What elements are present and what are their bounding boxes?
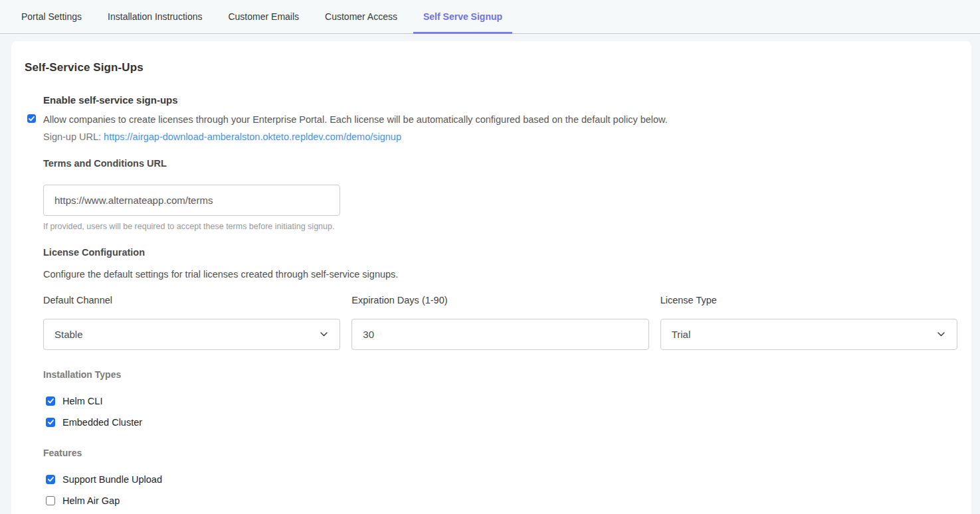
tab-portal-settings[interactable]: Portal Settings bbox=[11, 0, 92, 33]
signup-url-line: Sign-up URL: https://airgap-download-amb… bbox=[43, 131, 957, 142]
installation-types-list: Helm CLI Embedded Cluster bbox=[46, 394, 957, 428]
license-configuration-description: Configure the default settings for trial… bbox=[43, 269, 957, 280]
terms-url-label: Terms and Conditions URL bbox=[43, 158, 957, 169]
check-icon bbox=[48, 477, 54, 482]
helm-air-gap-label: Helm Air Gap bbox=[62, 495, 120, 506]
page-title: Self-Service Sign-Ups bbox=[25, 61, 957, 74]
enable-signups-checkbox[interactable] bbox=[27, 114, 36, 123]
tab-customer-access[interactable]: Customer Access bbox=[315, 0, 407, 33]
helm-cli-label: Helm CLI bbox=[62, 396, 102, 406]
support-bundle-upload-checkbox[interactable] bbox=[46, 475, 55, 484]
features-list: Support Bundle Upload Helm Air Gap bbox=[46, 473, 957, 507]
license-type-field: License Type Trial bbox=[660, 295, 957, 350]
enable-signups-row: Allow companies to create licenses throu… bbox=[43, 113, 957, 126]
expiration-days-label: Expiration Days (1-90) bbox=[351, 295, 648, 305]
features-heading: Features bbox=[43, 448, 957, 458]
tab-customer-emails[interactable]: Customer Emails bbox=[218, 0, 309, 33]
self-serve-signup-panel: Self-Service Sign-Ups Enable self-servic… bbox=[11, 41, 971, 514]
license-type-select[interactable]: Trial bbox=[660, 319, 957, 350]
default-channel-label: Default Channel bbox=[43, 295, 340, 305]
expiration-days-input[interactable] bbox=[363, 329, 637, 340]
license-configuration-heading: License Configuration bbox=[43, 247, 957, 258]
installation-types-heading: Installation Types bbox=[43, 369, 957, 380]
embedded-cluster-checkbox[interactable] bbox=[46, 418, 55, 427]
tab-self-serve-signup[interactable]: Self Serve Signup bbox=[413, 0, 512, 33]
installation-type-embedded-cluster[interactable]: Embedded Cluster bbox=[46, 416, 957, 428]
helm-air-gap-checkbox[interactable] bbox=[46, 496, 55, 505]
terms-url-helper: If provided, users will be required to a… bbox=[43, 222, 957, 231]
license-config-grid: Default Channel Stable Expiration Days (… bbox=[43, 295, 957, 350]
enable-signups-heading: Enable self-service sign-ups bbox=[43, 94, 957, 106]
feature-support-bundle-upload[interactable]: Support Bundle Upload bbox=[46, 473, 957, 485]
default-channel-field: Default Channel Stable bbox=[43, 295, 340, 350]
enable-signups-description: Allow companies to create licenses throu… bbox=[43, 114, 668, 125]
panel-content: Enable self-service sign-ups Allow compa… bbox=[43, 94, 957, 507]
installation-type-helm-cli[interactable]: Helm CLI bbox=[46, 394, 957, 407]
default-channel-value: Stable bbox=[54, 329, 83, 340]
terms-url-input[interactable] bbox=[43, 185, 340, 216]
default-channel-select[interactable]: Stable bbox=[43, 319, 340, 350]
settings-tabbar: Portal Settings Installation Instruction… bbox=[0, 0, 980, 34]
check-icon bbox=[48, 420, 54, 425]
check-icon bbox=[48, 398, 54, 404]
support-bundle-upload-label: Support Bundle Upload bbox=[62, 474, 162, 485]
expiration-days-field: Expiration Days (1-90) bbox=[351, 295, 648, 350]
helm-cli-checkbox[interactable] bbox=[46, 396, 55, 406]
feature-helm-air-gap[interactable]: Helm Air Gap bbox=[46, 494, 957, 507]
license-type-value: Trial bbox=[672, 329, 691, 340]
license-type-label: License Type bbox=[660, 295, 957, 305]
expiration-days-control bbox=[351, 319, 648, 350]
check-icon bbox=[29, 116, 35, 122]
chevron-down-icon bbox=[937, 332, 945, 337]
signup-url-link[interactable]: https://airgap-download-amberalston.okte… bbox=[104, 131, 401, 142]
chevron-down-icon bbox=[320, 332, 328, 337]
tab-installation-instructions[interactable]: Installation Instructions bbox=[98, 0, 212, 33]
signup-url-label: Sign-up URL: bbox=[43, 131, 101, 142]
embedded-cluster-label: Embedded Cluster bbox=[62, 417, 142, 428]
